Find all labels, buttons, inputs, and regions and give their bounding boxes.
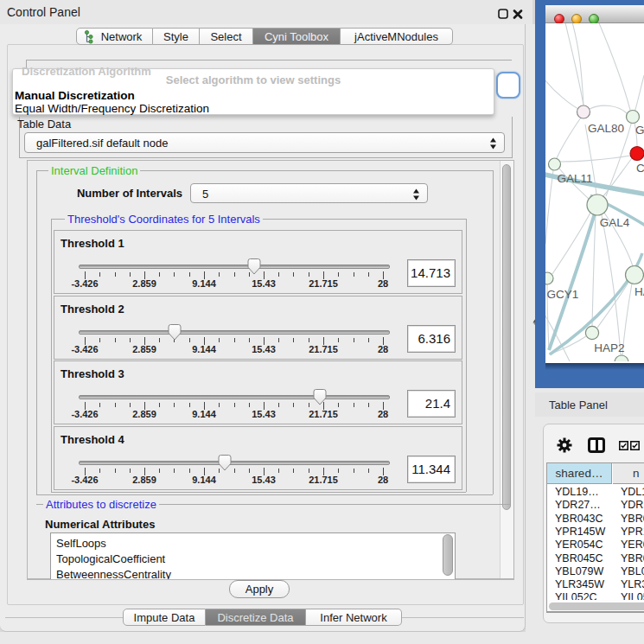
svg-text:GCY1: GCY1: [547, 288, 579, 301]
svg-text:CY: CY: [636, 162, 644, 175]
svg-text:GAL4: GAL4: [600, 216, 630, 229]
svg-text:HA: HA: [634, 285, 644, 298]
svg-text:HAP2: HAP2: [594, 341, 624, 354]
svg-text:GAL11: GAL11: [557, 172, 592, 185]
svg-text:GAL7: GAL7: [635, 124, 644, 137]
svg-text:GAL80: GAL80: [588, 122, 624, 135]
